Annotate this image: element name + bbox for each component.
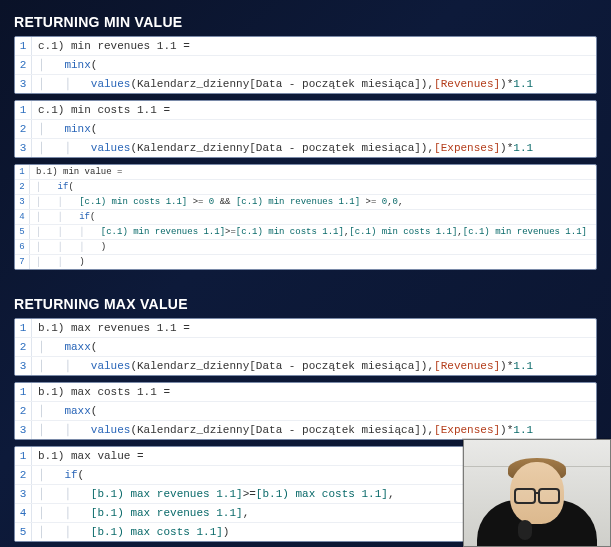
token-plain: (Kalendarz_dzienny[Data - początek miesi…: [130, 424, 434, 436]
line-number: 3: [15, 195, 30, 209]
token-col: [Revenues]: [434, 360, 500, 372]
token-col: [Expenses]: [434, 424, 500, 436]
token-fn: values: [91, 142, 131, 154]
glasses-lens-right: [538, 488, 560, 504]
code-line: 2│ if(: [15, 180, 596, 195]
code-line: 5│ │ │ [c.1) min revenues 1.1]>=[c.1) mi…: [15, 225, 596, 240]
line-number: 3: [15, 357, 32, 375]
code-line: 4│ │ if(: [15, 210, 596, 225]
line-number: 2: [15, 402, 32, 420]
line-number: 5: [15, 523, 32, 541]
token-op: ): [101, 242, 106, 252]
token-op: ): [223, 526, 230, 538]
code-line: 3│ │ values(Kalendarz_dzienny[Data - poc…: [15, 421, 596, 439]
token-mea: [b.1) max costs 1.1]: [256, 488, 388, 500]
token-op: ,: [398, 197, 403, 207]
token-op: ): [500, 78, 507, 90]
code-block: 1c.1) min revenues 1.1 =2│ minx(3│ │ val…: [14, 36, 597, 94]
code-line: 6│ │ │ ): [15, 240, 596, 255]
code-line: 3│ │ values(Kalendarz_dzienny[Data - poc…: [15, 139, 596, 157]
code-line: 3│ │ values(Kalendarz_dzienny[Data - poc…: [15, 75, 596, 93]
code-line: 2│ maxx(: [15, 338, 596, 357]
code-content: b.1) min value =: [30, 165, 596, 179]
code-line: 1b.1) max costs 1.1 =: [15, 383, 596, 402]
code-line: 3│ │ values(Kalendarz_dzienny[Data - poc…: [15, 357, 596, 375]
token-fn: minx: [64, 123, 90, 135]
token-mea: [b.1) max costs 1.1]: [91, 526, 223, 538]
token-plain: b.1) max costs 1.1 =: [38, 386, 170, 398]
line-number: 2: [15, 338, 32, 356]
indent-guide: │: [38, 59, 64, 71]
code-content: │ │ │ ): [30, 240, 596, 254]
indent-guide: │: [36, 182, 58, 192]
indent-guide: │: [38, 469, 64, 481]
token-num: 1.1: [513, 78, 533, 90]
line-number: 6: [15, 240, 30, 254]
code-group: 1c.1) min revenues 1.1 =2│ minx(3│ │ val…: [14, 36, 597, 270]
line-number: 2: [15, 56, 32, 74]
indent-guide: │: [38, 341, 64, 353]
token-op: ): [500, 424, 507, 436]
token-op: (: [78, 469, 85, 481]
line-number: 1: [15, 165, 30, 179]
code-line: 2│ minx(: [15, 56, 596, 75]
code-line: 1c.1) min revenues 1.1 =: [15, 37, 596, 56]
token-num: 1.1: [513, 142, 533, 154]
token-plain: b.1) max revenues 1.1 =: [38, 322, 190, 334]
line-number: 4: [15, 504, 32, 522]
line-number: 5: [15, 225, 30, 239]
line-number: 3: [15, 75, 32, 93]
code-block: 1b.1) min value =2│ if(3│ │ [c.1) min co…: [14, 164, 597, 270]
token-op: &&: [214, 197, 236, 207]
code-content: │ maxx(: [32, 402, 596, 420]
line-number: 3: [15, 139, 32, 157]
code-line: 1c.1) min costs 1.1 =: [15, 101, 596, 120]
indent-guide: │: [38, 405, 64, 417]
token-op: >=: [225, 227, 236, 237]
section-heading: RETURNING MAX VALUE: [0, 296, 611, 318]
line-number: 2: [15, 180, 30, 194]
code-content: │ │ values(Kalendarz_dzienny[Data - pocz…: [32, 139, 596, 157]
indent-guide: │ │: [38, 526, 91, 538]
webcam-microphone: [518, 520, 532, 540]
token-col: [Expenses]: [434, 142, 500, 154]
token-num: 1.1: [513, 424, 533, 436]
indent-guide: │ │: [38, 78, 91, 90]
token-plain: b.1) max value =: [38, 450, 144, 462]
token-fn: if: [64, 469, 77, 481]
code-content: │ │ values(Kalendarz_dzienny[Data - pocz…: [32, 421, 596, 439]
token-plain: (Kalendarz_dzienny[Data - początek miesi…: [130, 78, 434, 90]
token-plain: c.1) min revenues 1.1 =: [38, 40, 190, 52]
token-op: (: [91, 59, 98, 71]
token-mea: [c.1) min costs 1.1]: [79, 197, 187, 207]
token-plain: (Kalendarz_dzienny[Data - początek miesi…: [130, 142, 434, 154]
indent-guide: │ │: [38, 488, 91, 500]
code-content: │ │ ): [30, 255, 596, 269]
token-fn: if: [58, 182, 69, 192]
section-heading: RETURNING MIN VALUE: [0, 14, 611, 36]
line-number: 1: [15, 447, 32, 465]
token-fn: values: [91, 424, 131, 436]
code-content: b.1) max revenues 1.1 =: [32, 319, 596, 337]
line-number: 2: [15, 120, 32, 138]
line-number: 1: [15, 319, 32, 337]
code-line: 3│ │ [c.1) min costs 1.1] >= 0 && [c.1) …: [15, 195, 596, 210]
token-fn: minx: [64, 59, 90, 71]
indent-guide: │ │: [36, 257, 79, 267]
code-content: c.1) min costs 1.1 =: [32, 101, 596, 119]
token-mea: [b.1) max revenues 1.1]: [91, 507, 243, 519]
token-op: (: [90, 212, 95, 222]
indent-guide: │ │: [38, 360, 91, 372]
code-content: │ minx(: [32, 120, 596, 138]
token-mea: [c.1) min revenues 1.1]: [463, 227, 587, 237]
token-col: [Revenues]: [434, 78, 500, 90]
token-op: (: [91, 341, 98, 353]
glasses-lens-left: [514, 488, 536, 504]
token-op: ,: [388, 488, 395, 500]
token-fn: if: [79, 212, 90, 222]
line-number: 1: [15, 101, 32, 119]
token-fn: values: [91, 78, 131, 90]
token-op: (: [91, 405, 98, 417]
token-op: >=: [360, 197, 382, 207]
line-number: 3: [15, 485, 32, 503]
